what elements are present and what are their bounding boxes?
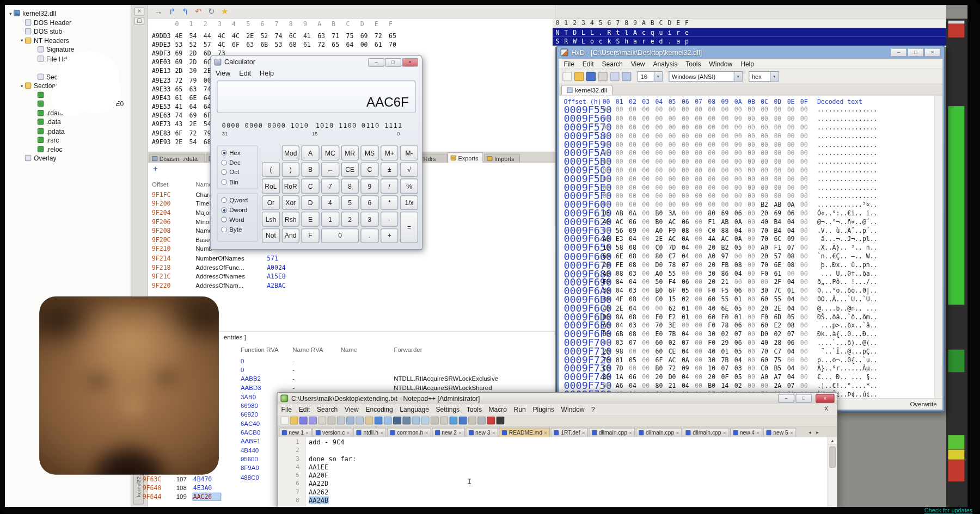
- copy-icon[interactable]: [356, 416, 364, 424]
- hex-byte[interactable]: 40: [708, 348, 721, 355]
- hex-byte[interactable]: 00: [616, 193, 629, 200]
- hex-byte[interactable]: 00: [800, 158, 813, 165]
- hex-byte[interactable]: B4: [774, 218, 787, 225]
- hex-byte[interactable]: 00: [655, 201, 668, 208]
- hex-byte[interactable]: 0A: [682, 356, 695, 363]
- check-for-updates-link[interactable]: Check for updates: [924, 507, 973, 514]
- hex-byte[interactable]: 6F: [655, 356, 668, 363]
- save-icon[interactable]: [299, 416, 308, 424]
- hex-byte[interactable]: 00: [708, 107, 721, 114]
- field-row[interactable]: 9F218AddressOfFunc...A0024: [148, 263, 555, 272]
- encoding-combo[interactable]: Windows (ANSI)▾: [669, 71, 742, 82]
- hex-byte[interactable]: 00: [721, 201, 734, 208]
- hex-byte[interactable]: 00: [695, 382, 708, 389]
- hex-byte[interactable]: 09: [629, 227, 642, 234]
- hex-byte[interactable]: 00: [642, 115, 655, 122]
- play-macro-icon[interactable]: [496, 416, 504, 424]
- hex-byte[interactable]: 00: [761, 115, 774, 122]
- hex-byte[interactable]: 6B: [260, 41, 274, 48]
- close-file-icon[interactable]: [318, 416, 326, 424]
- star-icon[interactable]: ★: [221, 8, 228, 16]
- calc-key-xor[interactable]: Xor: [281, 195, 299, 210]
- hex-byte[interactable]: 00: [774, 193, 787, 200]
- hex-byte[interactable]: 08: [629, 244, 642, 251]
- hex-byte[interactable]: 00: [734, 166, 748, 174]
- hex-byte[interactable]: 00: [708, 115, 721, 122]
- hex-byte[interactable]: 07: [682, 262, 695, 269]
- hex-byte[interactable]: 00: [787, 193, 800, 200]
- hex-byte[interactable]: 06: [787, 339, 800, 346]
- hex-byte[interactable]: 00: [734, 123, 748, 131]
- close-icon[interactable]: ×: [458, 430, 461, 435]
- hex-byte[interactable]: 00: [800, 115, 813, 122]
- hex-byte[interactable]: 00: [787, 123, 800, 131]
- hex-byte[interactable]: B0: [655, 287, 668, 294]
- hex-byte[interactable]: 00: [774, 175, 787, 182]
- hex-byte[interactable]: 00: [708, 175, 721, 182]
- hex-byte[interactable]: 10: [708, 365, 721, 372]
- hex-byte[interactable]: A7: [774, 374, 787, 381]
- print-icon[interactable]: [337, 416, 345, 424]
- hex-byte[interactable]: 07: [734, 330, 748, 337]
- hex-byte[interactable]: 6B: [616, 330, 629, 337]
- hex-byte[interactable]: 04: [616, 287, 629, 294]
- hex-byte[interactable]: 00: [800, 184, 813, 191]
- hex-byte[interactable]: 00: [682, 184, 695, 191]
- hex-byte[interactable]: 00: [800, 244, 813, 251]
- calc-key-item[interactable]: ←: [321, 162, 339, 177]
- hex-byte[interactable]: 00: [642, 184, 655, 191]
- menu-encoding[interactable]: Encoding: [365, 405, 393, 413]
- tree-item-nt-headers[interactable]: ▾NT Headers: [5, 36, 131, 45]
- close-icon[interactable]: ×: [676, 430, 679, 435]
- hex-byte[interactable]: F5: [721, 287, 734, 294]
- hex-byte[interactable]: 00: [695, 158, 708, 165]
- hex-byte[interactable]: 0A: [629, 210, 642, 217]
- hex-byte[interactable]: 00: [800, 123, 813, 131]
- hex-byte[interactable]: 05: [629, 356, 642, 363]
- hex-byte[interactable]: 00: [616, 132, 629, 139]
- hex-byte[interactable]: 52: [189, 41, 204, 48]
- calc-key-item[interactable]: *: [381, 195, 399, 210]
- hex-byte[interactable]: 69: [175, 50, 189, 57]
- hex-byte[interactable]: 00: [655, 115, 668, 122]
- hex-byte[interactable]: 2E: [616, 305, 629, 312]
- word-wrap-icon[interactable]: [431, 416, 439, 424]
- hex-byte[interactable]: 00: [629, 115, 642, 122]
- hex-byte[interactable]: 00: [761, 166, 774, 174]
- hex-byte[interactable]: 00: [695, 227, 708, 234]
- new-file-icon[interactable]: [562, 72, 572, 81]
- hex-byte[interactable]: 00: [682, 123, 695, 131]
- hex-byte[interactable]: 06: [734, 339, 748, 346]
- hex-byte[interactable]: 02: [774, 330, 787, 337]
- maximize-button[interactable]: □: [795, 394, 812, 402]
- hex-byte[interactable]: 06: [734, 210, 748, 217]
- hex-byte[interactable]: 00: [774, 150, 787, 157]
- hex-byte[interactable]: 00: [682, 115, 695, 122]
- hex-byte[interactable]: 3A: [669, 210, 682, 217]
- editor-scrollbar[interactable]: ▲: [828, 437, 837, 510]
- hex-byte[interactable]: 04: [629, 278, 642, 286]
- hex-byte[interactable]: 00: [787, 141, 800, 148]
- hex-byte[interactable]: 00: [655, 175, 668, 182]
- tab-new-2[interactable]: new 2×: [432, 428, 465, 437]
- tab-dllmain-cpp[interactable]: dllmain.cpp×: [636, 428, 682, 437]
- hex-byte[interactable]: 08: [629, 330, 642, 337]
- hex-byte[interactable]: 00: [669, 132, 682, 139]
- hex-byte[interactable]: 2D: [175, 67, 189, 75]
- zoom-in-icon[interactable]: [412, 416, 420, 424]
- hex-byte[interactable]: AB: [774, 201, 787, 208]
- hex-byte[interactable]: 55: [669, 270, 682, 277]
- hex-byte[interactable]: 00: [629, 132, 642, 139]
- hex-byte[interactable]: 05: [787, 313, 800, 320]
- hex-byte[interactable]: 78: [721, 322, 734, 329]
- tab-dllmain-cpp[interactable]: dllmain.cpp×: [683, 428, 729, 437]
- menu-window[interactable]: Window: [561, 405, 585, 413]
- hex-byte[interactable]: E3: [616, 236, 629, 243]
- hex-byte[interactable]: 00: [642, 382, 655, 389]
- hex-byte[interactable]: 00: [748, 322, 761, 329]
- hex-byte[interactable]: 69: [774, 210, 787, 217]
- hex-byte[interactable]: A0: [761, 244, 774, 251]
- hex-byte[interactable]: 00: [800, 278, 813, 286]
- hex-byte[interactable]: 00: [642, 158, 655, 165]
- hex-byte[interactable]: 04: [734, 227, 748, 234]
